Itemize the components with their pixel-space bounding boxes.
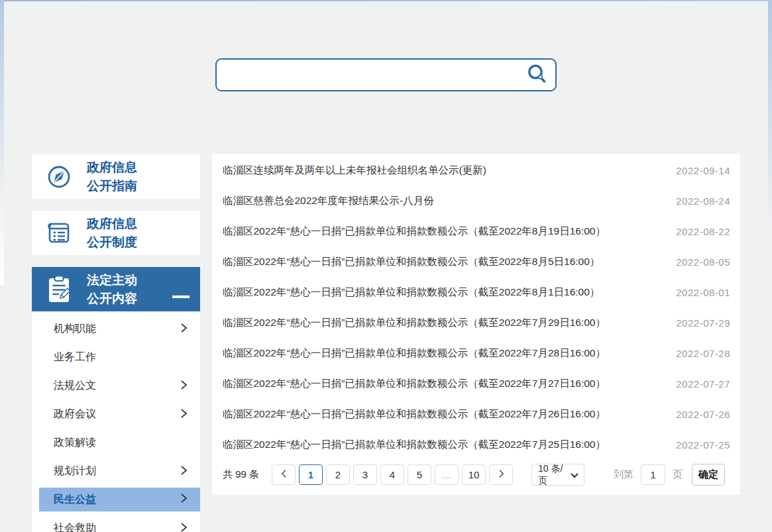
sidebar-item-gov-info-guide[interactable]: 政府信息 公开指南 xyxy=(32,154,200,199)
prev-page-button[interactable] xyxy=(272,464,296,485)
sidebar-item-government-meetings[interactable]: 政府会议 xyxy=(32,400,200,429)
announcement-title[interactable]: 临淄区2022年“慈心一日捐”已捐款单位和捐款数额公示（截至2022年8月19日… xyxy=(223,225,606,239)
submenu-label: 法规公文 xyxy=(54,379,96,393)
sidebar-item-gov-info-system[interactable]: 政府信息 公开制度 xyxy=(32,211,200,255)
announcement-date: 2022-07-26 xyxy=(676,409,730,420)
announcement-date: 2022-08-24 xyxy=(676,195,730,207)
announcement-row[interactable]: 临淄区2022年“慈心一日捐”已捐款单位和捐款数额公示（截至2022年7月25日… xyxy=(212,429,740,460)
document-icon xyxy=(44,221,74,245)
announcement-row[interactable]: 临淄区2022年“慈心一日捐”已捐款单位和捐款数额公示（截至2022年8月1日1… xyxy=(212,277,740,307)
page-button-1[interactable]: 1 xyxy=(299,464,323,485)
next-page-button[interactable] xyxy=(489,464,513,485)
confirm-button[interactable]: 确定 xyxy=(692,464,725,486)
announcement-date: 2022-07-27 xyxy=(676,378,730,390)
pagination-bar: 共 99 条 1 2 3 4 5 ... 10 10 条/页 到第 页 确定 xyxy=(212,460,740,495)
goto-page-input[interactable] xyxy=(641,464,665,485)
announcement-row[interactable]: 临淄区连续两年及两年以上未年报社会组织名单公示(更新) 2022-09-14 xyxy=(212,155,740,186)
search-bar xyxy=(215,58,557,91)
submenu-row: 规划计划 xyxy=(32,457,200,486)
announcement-date: 2022-08-05 xyxy=(676,256,730,268)
top-gradient-edge xyxy=(0,0,772,1)
sidebar-item-statutory-disclosure[interactable]: 法定主动 公开内容 xyxy=(32,267,200,311)
chevron-right-icon xyxy=(498,469,504,480)
submenu-row: 政府会议 xyxy=(32,400,200,429)
chevron-right-icon xyxy=(180,380,188,393)
announcement-date: 2022-07-28 xyxy=(676,348,730,359)
page-button-4[interactable]: 4 xyxy=(380,464,404,485)
submenu-label: 社会救助 xyxy=(54,521,96,532)
chevron-right-icon xyxy=(180,493,188,506)
announcement-title[interactable]: 临淄区2022年“慈心一日捐”已捐款单位和捐款数额公示（截至2022年7月26日… xyxy=(223,407,606,421)
collapse-minus-icon[interactable] xyxy=(172,295,190,298)
search-button[interactable] xyxy=(518,60,555,90)
announcement-row[interactable]: 临淄区2022年“慈心一日捐”已捐款单位和捐款数额公示（截至2022年7月29日… xyxy=(212,307,740,338)
page-ellipsis-button[interactable]: ... xyxy=(435,464,459,485)
chevron-right-icon xyxy=(180,408,188,421)
submenu-label: 政策解读 xyxy=(54,436,96,450)
announcement-title[interactable]: 临淄区连续两年及两年以上未年报社会组织名单公示(更新) xyxy=(223,164,486,178)
right-gradient-edge xyxy=(768,0,772,285)
announcement-list-panel: 临淄区连续两年及两年以上未年报社会组织名单公示(更新) 2022-09-14 临… xyxy=(212,154,740,495)
announcement-title[interactable]: 临淄区2022年“慈心一日捐”已捐款单位和捐款数额公示（截至2022年7月29日… xyxy=(223,316,606,330)
sidebar: 政府信息 公开指南 政府信息 公开制度 xyxy=(32,154,200,532)
chevron-right-icon xyxy=(180,522,188,532)
left-gradient-edge xyxy=(0,0,4,285)
sidebar-item-label: 政府信息 公开制度 xyxy=(87,215,137,252)
search-icon xyxy=(525,63,548,87)
submenu-label: 业务工作 xyxy=(54,350,96,364)
sidebar-item-regulations-documents[interactable]: 法规公文 xyxy=(32,372,200,400)
submenu-row: 业务工作 xyxy=(32,343,200,372)
chevron-right-icon xyxy=(180,323,188,336)
chevron-right-icon xyxy=(180,465,188,478)
sidebar-item-label: 政府信息 公开指南 xyxy=(87,158,137,195)
announcement-row[interactable]: 临淄区慈善总会2022年度年报结果公示-八月份 2022-08-24 xyxy=(212,186,740,216)
clipboard-pencil-icon xyxy=(44,274,74,305)
submenu-row: 民生公益 xyxy=(32,486,200,514)
compass-icon xyxy=(44,164,74,189)
announcement-row[interactable]: 临淄区2022年“慈心一日捐”已捐款单位和捐款数额公示（截至2022年7月28日… xyxy=(212,338,740,368)
submenu-row: 机构职能 xyxy=(32,315,200,343)
sidebar-item-policy-interpretation[interactable]: 政策解读 xyxy=(32,429,200,457)
sidebar-submenu: 机构职能 业务工作 法规公文 政府会议 xyxy=(32,311,200,532)
submenu-label: 政府会议 xyxy=(54,407,96,421)
submenu-row: 政策解读 xyxy=(32,429,200,457)
sidebar-item-social-assistance[interactable]: 社会救助 xyxy=(32,514,200,532)
announcement-date: 2022-08-01 xyxy=(676,287,730,298)
page-button-5[interactable]: 5 xyxy=(408,464,431,485)
sidebar-item-planning[interactable]: 规划计划 xyxy=(32,457,200,486)
announcement-date: 2022-07-25 xyxy=(676,439,730,451)
page-button-2[interactable]: 2 xyxy=(326,464,350,485)
page-size-label: 10 条/页 xyxy=(538,463,571,487)
announcement-row[interactable]: 临淄区2022年“慈心一日捐”已捐款单位和捐款数额公示（截至2022年8月5日1… xyxy=(212,246,740,277)
goto-page-suffix-label: 页 xyxy=(673,468,683,481)
search-input[interactable] xyxy=(217,60,518,90)
total-count-label: 共 99 条 xyxy=(223,468,259,481)
chevron-down-icon xyxy=(571,470,579,480)
announcement-title[interactable]: 临淄区2022年“慈心一日捐”已捐款单位和捐款数额公示（截至2022年8月1日1… xyxy=(223,286,600,299)
chevron-left-icon xyxy=(281,469,287,480)
announcement-row[interactable]: 临淄区2022年“慈心一日捐”已捐款单位和捐款数额公示（截至2022年7月27日… xyxy=(212,368,740,399)
sidebar-item-business-work[interactable]: 业务工作 xyxy=(32,343,200,372)
announcement-title[interactable]: 临淄区慈善总会2022年度年报结果公示-八月份 xyxy=(223,194,434,208)
page-button-3[interactable]: 3 xyxy=(353,464,377,485)
announcement-title[interactable]: 临淄区2022年“慈心一日捐”已捐款单位和捐款数额公示（截至2022年8月5日1… xyxy=(223,255,600,269)
goto-page-prefix-label: 到第 xyxy=(614,468,634,481)
announcement-date: 2022-09-14 xyxy=(676,165,730,176)
sidebar-item-agency-functions[interactable]: 机构职能 xyxy=(32,315,200,343)
submenu-label: 机构职能 xyxy=(54,322,96,336)
submenu-label: 民生公益 xyxy=(54,493,96,507)
page-size-select[interactable]: 10 条/页 xyxy=(531,464,584,486)
submenu-row: 法规公文 xyxy=(32,372,200,400)
announcement-title[interactable]: 临淄区2022年“慈心一日捐”已捐款单位和捐款数额公示（截至2022年7月25日… xyxy=(223,438,606,452)
submenu-row: 社会救助 xyxy=(32,514,200,532)
announcement-date: 2022-08-22 xyxy=(676,226,730,237)
sidebar-item-public-welfare[interactable]: 民生公益 xyxy=(39,488,200,511)
announcement-row[interactable]: 临淄区2022年“慈心一日捐”已捐款单位和捐款数额公示（截至2022年7月26日… xyxy=(212,399,740,429)
announcement-title[interactable]: 临淄区2022年“慈心一日捐”已捐款单位和捐款数额公示（截至2022年7月28日… xyxy=(223,346,606,360)
page-button-10[interactable]: 10 xyxy=(462,464,486,485)
announcement-date: 2022-07-29 xyxy=(676,317,730,329)
announcement-title[interactable]: 临淄区2022年“慈心一日捐”已捐款单位和捐款数额公示（截至2022年7月27日… xyxy=(223,377,606,391)
submenu-label: 规划计划 xyxy=(54,464,96,478)
announcement-list: 临淄区连续两年及两年以上未年报社会组织名单公示(更新) 2022-09-14 临… xyxy=(212,154,740,460)
announcement-row[interactable]: 临淄区2022年“慈心一日捐”已捐款单位和捐款数额公示（截至2022年8月19日… xyxy=(212,216,740,246)
